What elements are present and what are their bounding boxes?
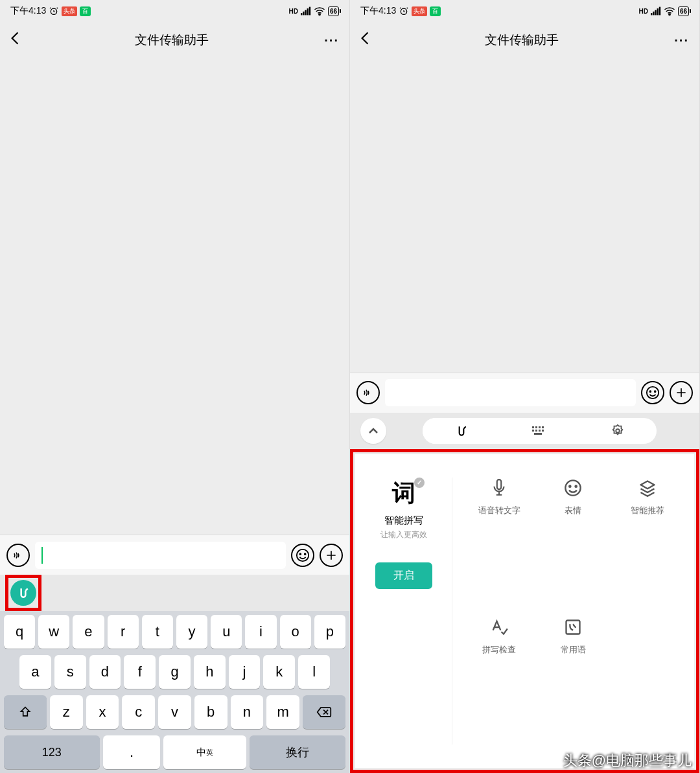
voice-input-button[interactable] — [6, 544, 30, 567]
badge-headlines: 头条 — [412, 6, 427, 16]
enable-button[interactable]: 开启 — [375, 562, 432, 589]
key-f[interactable]: f — [124, 655, 156, 689]
key-l[interactable]: l — [298, 655, 330, 689]
svg-point-6 — [319, 14, 320, 15]
key-n[interactable]: n — [231, 695, 264, 729]
key-dot[interactable]: . — [103, 735, 161, 769]
feature-voice-to-text[interactable]: 语音转文字 — [465, 478, 533, 605]
key-e[interactable]: e — [73, 615, 104, 649]
key-o[interactable]: o — [280, 615, 311, 649]
key-language[interactable]: 中英 — [163, 735, 246, 769]
key-i[interactable]: i — [245, 615, 276, 649]
key-enter[interactable]: 换行 — [250, 735, 345, 769]
key-j[interactable]: j — [229, 655, 261, 689]
nav-bar: 文件传输助手 ··· — [0, 22, 349, 58]
battery-icon: 66 — [328, 6, 339, 16]
key-h[interactable]: h — [194, 655, 226, 689]
svg-point-29 — [616, 429, 620, 433]
keyboard-row-2: a s d f g h j k l — [4, 655, 345, 689]
collapse-button[interactable] — [360, 418, 386, 444]
svg-point-8 — [299, 553, 301, 555]
phrases-icon — [563, 617, 583, 638]
key-backspace[interactable] — [303, 695, 345, 729]
screen-left: 下午4:13 头条 百 HD 66 文件传输助手 ··· — [0, 0, 350, 773]
key-y[interactable]: y — [176, 615, 207, 649]
key-d[interactable]: d — [89, 655, 121, 689]
message-input[interactable] — [35, 542, 286, 569]
feature-label: 表情 — [565, 505, 581, 516]
key-w[interactable]: w — [38, 615, 69, 649]
key-q[interactable]: q — [4, 615, 35, 649]
feature-label: 常用语 — [561, 644, 586, 656]
svg-rect-13 — [655, 10, 656, 15]
highlight-box: 词 ✓ 智能拼写 让输入更高效 开启 语音转文字 表 — [350, 449, 699, 774]
hd-label: HD — [288, 8, 298, 15]
svg-rect-27 — [542, 430, 544, 432]
back-button[interactable] — [360, 31, 369, 49]
key-g[interactable]: g — [159, 655, 191, 689]
plus-button[interactable] — [320, 544, 343, 567]
more-button[interactable]: ··· — [324, 33, 339, 48]
key-b[interactable]: b — [194, 695, 228, 729]
svg-rect-24 — [532, 430, 534, 432]
key-a[interactable]: a — [19, 655, 51, 689]
key-k[interactable]: k — [263, 655, 295, 689]
svg-rect-26 — [539, 430, 541, 432]
feature-panel: 词 ✓ 智能拼写 让输入更高效 开启 语音转文字 表 — [355, 454, 694, 768]
tab-settings[interactable] — [579, 418, 657, 444]
feature-label: 语音转文字 — [478, 505, 520, 516]
key-r[interactable]: r — [108, 615, 139, 649]
svg-rect-3 — [305, 10, 306, 15]
feature-spell-check[interactable]: 拼写检查 — [465, 617, 533, 744]
message-input[interactable] — [385, 379, 636, 406]
back-button[interactable] — [10, 31, 19, 49]
feature-title: 智能拼写 — [368, 514, 439, 527]
feature-label: 智能推荐 — [631, 505, 664, 516]
watermark: 头条@电脑那些事儿 — [563, 751, 692, 770]
page-title: 文件传输助手 — [135, 32, 209, 49]
microphone-icon — [489, 478, 509, 498]
feature-label: 拼写检查 — [482, 644, 516, 656]
tab-keyboard[interactable] — [500, 418, 578, 444]
screen-right: 下午4:13 头条 百 HD 66 文件传输助手 ··· — [350, 0, 700, 773]
wifi-icon — [664, 6, 675, 16]
key-z[interactable]: z — [50, 695, 83, 729]
key-s[interactable]: s — [54, 655, 86, 689]
tab-ime[interactable] — [423, 418, 500, 444]
badge-icon: ✓ — [414, 478, 425, 488]
feature-promo: 词 ✓ 智能拼写 让输入更高效 开启 — [368, 478, 452, 745]
signal-icon — [651, 6, 661, 16]
key-numbers[interactable]: 123 — [4, 735, 100, 769]
voice-input-button[interactable] — [356, 381, 380, 404]
badge-app: 百 — [80, 6, 91, 16]
emoji-button[interactable] — [291, 544, 314, 567]
chat-area[interactable] — [350, 58, 699, 373]
key-x[interactable]: x — [86, 695, 119, 729]
plus-button[interactable] — [670, 381, 693, 404]
more-button[interactable]: ··· — [674, 33, 689, 48]
status-bar: 下午4:13 头条 百 HD 66 — [350, 0, 699, 22]
feature-common-phrases[interactable]: 常用语 — [539, 617, 607, 744]
key-t[interactable]: t — [142, 615, 173, 649]
key-c[interactable]: c — [122, 695, 155, 729]
key-p[interactable]: p — [314, 615, 345, 649]
svg-rect-23 — [542, 426, 544, 428]
key-m[interactable]: m — [266, 695, 299, 729]
feature-emoji[interactable]: 表情 — [539, 478, 607, 605]
battery-icon: 66 — [678, 6, 689, 16]
chat-area[interactable] — [0, 58, 349, 535]
svg-point-7 — [297, 549, 309, 560]
status-time: 下午4:13 — [360, 5, 396, 17]
key-shift[interactable] — [4, 695, 47, 729]
key-u[interactable]: u — [211, 615, 242, 649]
emoji-button[interactable] — [641, 381, 664, 404]
hd-label: HD — [638, 8, 648, 15]
ime-logo-button[interactable] — [10, 580, 36, 606]
input-bar — [0, 535, 349, 575]
key-v[interactable]: v — [158, 695, 191, 729]
keyboard-row-3: z x c v b n m — [4, 695, 345, 729]
feature-smart-recommend[interactable]: 智能推荐 — [614, 478, 681, 605]
keyboard-toolbar — [350, 413, 699, 449]
svg-rect-4 — [307, 8, 308, 15]
keyboard-row-4: 123 . 中英 换行 — [4, 735, 345, 769]
